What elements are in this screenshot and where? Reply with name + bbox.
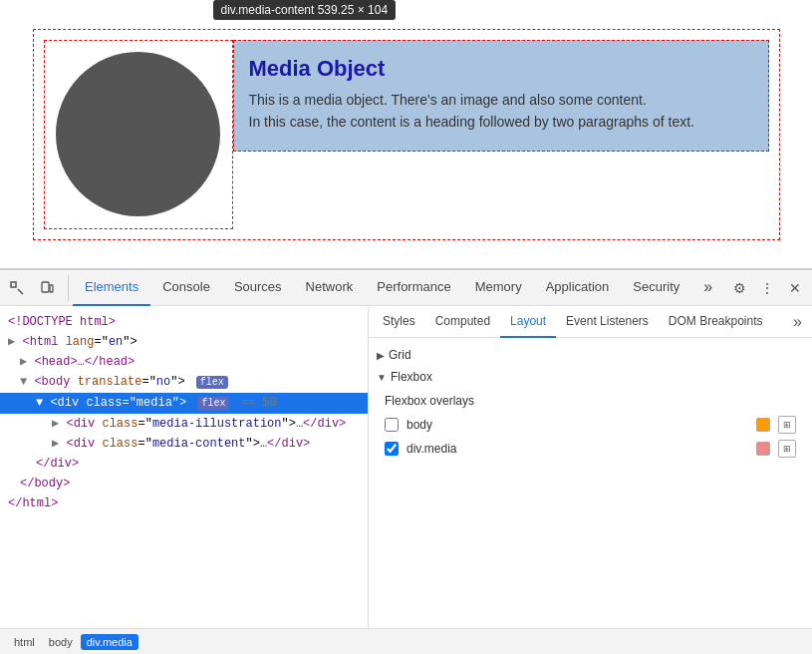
tab-elements[interactable]: Elements <box>73 270 150 306</box>
grid-triangle: ▶ <box>377 350 385 361</box>
close-devtools-button[interactable]: ✕ <box>782 275 808 301</box>
tab-computed[interactable]: Computed <box>425 306 500 338</box>
media-para1: This is a media object. There's an image… <box>249 92 753 108</box>
breadcrumb-bar: html body div.media <box>0 628 812 654</box>
media-heading: Media Object <box>249 56 753 82</box>
styles-panel: Styles Computed Layout Event Listeners D… <box>369 306 812 628</box>
dom-line-html-close[interactable]: </html> <box>0 493 368 513</box>
div-media-color-swatch[interactable] <box>756 442 770 456</box>
div-media-overlay-row: div.media ⊞ <box>385 440 796 458</box>
settings-button[interactable]: ⚙ <box>726 275 752 301</box>
dom-line-body-close[interactable]: </body> <box>0 474 368 493</box>
dom-line-media-content[interactable]: ▶ <div class="media-content">…</div> <box>0 434 368 454</box>
grid-label: Grid <box>389 348 411 362</box>
inspect-tool-button[interactable] <box>4 275 30 301</box>
dom-panel: <!DOCTYPE html> ▶ <html lang="en"> ▶ <he… <box>0 306 369 628</box>
svg-rect-0 <box>11 282 16 287</box>
devtools-toolbar: Elements Console Sources Network Perform… <box>0 270 812 306</box>
dom-line-html[interactable]: ▶ <html lang="en"> <box>0 332 368 352</box>
breadcrumb-body[interactable]: body <box>43 634 79 650</box>
styles-tabs: Styles Computed Layout Event Listeners D… <box>369 306 812 338</box>
media-para2: In this case, the content is a heading f… <box>249 114 753 130</box>
toolbar-icons <box>4 275 69 301</box>
tab-styles[interactable]: Styles <box>373 306 425 338</box>
tab-event-listeners[interactable]: Event Listeners <box>556 306 659 338</box>
tab-console[interactable]: Console <box>150 270 222 306</box>
svg-rect-2 <box>42 282 49 292</box>
dom-line-media-illustration[interactable]: ▶ <div class="media-illustration">…</div… <box>0 414 368 434</box>
body-overlay-row: body ⊞ <box>385 416 796 434</box>
circle-image <box>56 52 220 216</box>
tab-security[interactable]: Security <box>621 270 691 306</box>
body-color-swatch[interactable] <box>756 418 770 432</box>
layout-content: ▶ Grid ▼ Flexbox Flexbox overlays body ⊞ <box>369 338 812 628</box>
flexbox-section-content: Flexbox overlays body ⊞ div.media ⊞ <box>369 388 812 470</box>
tab-performance[interactable]: Performance <box>365 270 462 306</box>
flexbox-triangle: ▼ <box>377 372 387 383</box>
dom-line-div-media[interactable]: ▼ <div class="media"> flex == $0 <box>0 393 368 414</box>
tab-dom-breakpoints[interactable]: DOM Breakpoints <box>659 306 773 338</box>
tab-application[interactable]: Application <box>534 270 622 306</box>
element-tooltip: div.media-content 539.25 × 104 <box>213 0 397 20</box>
dom-line-div-close[interactable]: </div> <box>0 454 368 474</box>
breadcrumb-div-media[interactable]: div.media <box>81 634 138 650</box>
flexbox-overlays-label: Flexbox overlays <box>385 394 796 408</box>
tab-more[interactable]: » <box>691 270 724 306</box>
body-overlay-label: body <box>406 418 748 432</box>
more-options-button[interactable]: ⋮ <box>754 275 780 301</box>
body-overlay-checkbox[interactable] <box>385 418 399 432</box>
flex-badge-body: flex <box>196 376 228 389</box>
eq-badge: == $0 <box>241 396 277 410</box>
flexbox-label: Flexbox <box>391 370 432 384</box>
tab-network[interactable]: Network <box>294 270 366 306</box>
svg-rect-3 <box>50 285 53 292</box>
flexbox-section-header[interactable]: ▼ Flexbox <box>369 366 812 388</box>
devtools-body: <!DOCTYPE html> ▶ <html lang="en"> ▶ <he… <box>0 306 812 628</box>
tab-memory[interactable]: Memory <box>463 270 534 306</box>
more-style-tabs[interactable]: » <box>787 313 808 331</box>
media-content: Media Object This is a media object. The… <box>233 40 769 152</box>
div-media-overlay-checkbox[interactable] <box>385 442 399 456</box>
devtools-tabs: Elements Console Sources Network Perform… <box>73 270 726 306</box>
media-object-container: div.media-content 539.25 × 104 Media Obj… <box>33 29 780 240</box>
dom-line-doctype[interactable]: <!DOCTYPE html> <box>0 312 368 332</box>
body-overlay-icon[interactable]: ⊞ <box>778 416 796 434</box>
svg-line-1 <box>18 289 23 294</box>
dom-line-body[interactable]: ▼ <body translate="no"> flex <box>0 372 368 393</box>
tab-layout[interactable]: Layout <box>500 306 556 338</box>
dom-line-head[interactable]: ▶ <head>…</head> <box>0 352 368 372</box>
media-illustration <box>44 40 233 229</box>
devtools-panel: Elements Console Sources Network Perform… <box>0 269 812 654</box>
device-toolbar-button[interactable] <box>34 275 60 301</box>
tab-sources[interactable]: Sources <box>222 270 294 306</box>
flex-badge-media: flex <box>197 397 229 410</box>
grid-section-header[interactable]: ▶ Grid <box>369 344 812 366</box>
toolbar-right: ⚙ ⋮ ✕ <box>726 275 808 301</box>
div-media-overlay-icon[interactable]: ⊞ <box>778 440 796 458</box>
breadcrumb-html[interactable]: html <box>8 634 41 650</box>
preview-area: div.media-content 539.25 × 104 Media Obj… <box>0 0 812 269</box>
div-media-overlay-label: div.media <box>406 442 748 456</box>
